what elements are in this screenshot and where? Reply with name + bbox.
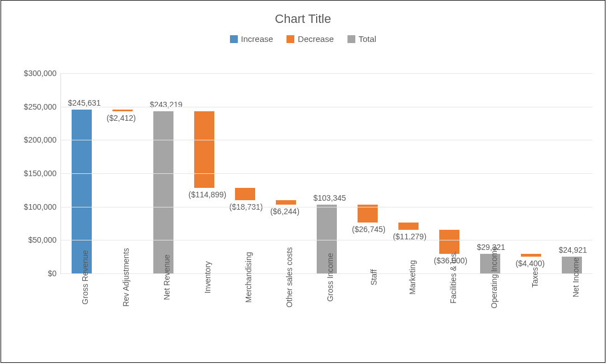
legend-swatch-increase bbox=[230, 35, 238, 43]
y-tick-label: $150,000 bbox=[24, 169, 57, 178]
data-label: ($26,745) bbox=[352, 225, 386, 234]
data-label: ($114,899) bbox=[189, 190, 227, 199]
y-tick-label: $300,000 bbox=[24, 69, 57, 78]
legend-label-total: Total bbox=[359, 34, 377, 44]
x-tick-label: Taxes bbox=[510, 277, 551, 287]
gridline bbox=[61, 173, 593, 174]
y-tick-label: $250,000 bbox=[24, 102, 57, 111]
gridline bbox=[61, 240, 593, 240]
bar-decrease bbox=[521, 254, 541, 257]
legend-item-decrease: Decrease bbox=[286, 34, 333, 44]
legend: Increase Decrease Total bbox=[1, 34, 605, 45]
x-tick-label: Operating Income bbox=[469, 277, 510, 287]
legend-label-decrease: Decrease bbox=[298, 34, 333, 44]
x-tick-label: Facilities & Ins. bbox=[429, 277, 469, 287]
bar-increase bbox=[72, 110, 92, 273]
y-tick-label: $0 bbox=[48, 269, 57, 278]
x-tick-label: Gross Income bbox=[306, 277, 346, 287]
x-tick-label: Rev Adjustments bbox=[101, 277, 142, 287]
data-label: $243,219 bbox=[150, 100, 182, 109]
gridline bbox=[61, 140, 593, 140]
legend-item-increase: Increase bbox=[230, 34, 274, 44]
data-label: $103,345 bbox=[313, 193, 346, 202]
data-label: ($2,412) bbox=[107, 114, 136, 122]
bar-total bbox=[153, 111, 173, 273]
bar-decrease bbox=[235, 188, 255, 200]
chart-frame: Chart Title Increase Decrease Total $245… bbox=[1, 0, 605, 363]
legend-swatch-total bbox=[347, 35, 355, 43]
plot-area: $245,631($2,412)$243,219($114,899)($18,7… bbox=[60, 73, 593, 274]
data-label: $24,921 bbox=[558, 245, 587, 254]
x-tick-label: Other sales costs bbox=[265, 277, 306, 287]
x-tick-label: Marketing bbox=[388, 277, 429, 287]
y-tick-label: $50,000 bbox=[28, 235, 57, 244]
bar-decrease bbox=[112, 110, 133, 111]
legend-label-increase: Increase bbox=[241, 34, 274, 44]
gridline bbox=[61, 107, 593, 107]
y-tick-label: $200,000 bbox=[24, 135, 57, 144]
bar-decrease bbox=[398, 223, 419, 230]
x-tick-label: Staff bbox=[347, 277, 388, 287]
legend-swatch-decrease bbox=[286, 35, 294, 43]
x-tick-label: Inventory bbox=[183, 277, 224, 287]
y-tick-label: $100,000 bbox=[24, 202, 57, 211]
x-tick-label: Gross Revenue bbox=[60, 277, 101, 287]
gridline bbox=[61, 207, 593, 207]
legend-item-total: Total bbox=[347, 34, 377, 44]
x-tick-label: Merchandising bbox=[224, 277, 265, 287]
data-label: $245,631 bbox=[68, 98, 101, 107]
bar-decrease bbox=[194, 111, 214, 188]
gridline bbox=[61, 73, 593, 74]
x-tick-label: Net Revenue bbox=[142, 277, 183, 287]
x-tick-label: Net Income bbox=[551, 277, 592, 287]
bar-decrease bbox=[276, 200, 296, 204]
bar-decrease bbox=[439, 230, 459, 254]
chart-title: Chart Title bbox=[1, 12, 605, 26]
data-label: ($6,244) bbox=[270, 207, 299, 216]
